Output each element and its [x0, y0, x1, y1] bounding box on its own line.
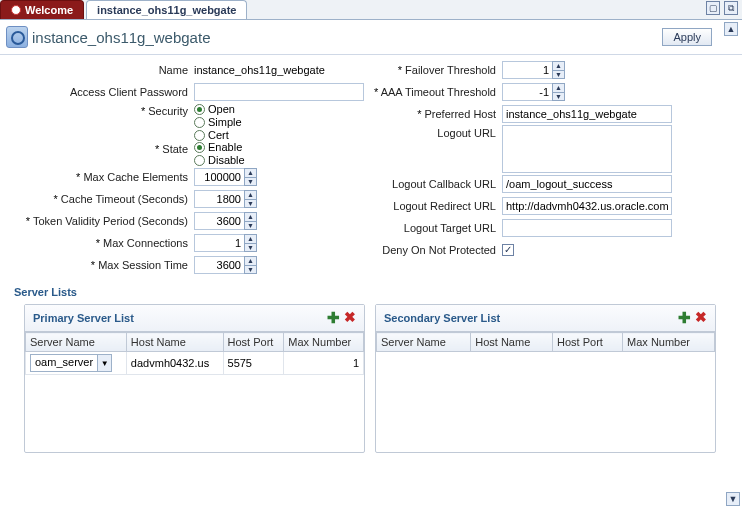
secondary-server-list: Secondary Server List ✚ ✖ Server Name Ho…	[375, 304, 716, 453]
maxsess-label: Max Session Time	[4, 259, 194, 271]
maximize-icon[interactable]: ⧉	[724, 1, 738, 15]
spin-up-icon[interactable]: ▲	[244, 234, 257, 243]
name-label: Name	[4, 64, 194, 76]
logouturl-input[interactable]	[502, 125, 672, 173]
security-cert-radio[interactable]: Cert	[194, 129, 242, 141]
tab-welcome[interactable]: Welcome	[0, 0, 84, 19]
deny-label: Deny On Not Protected	[372, 244, 502, 256]
maxsess-input[interactable]: ▲▼	[194, 256, 257, 274]
tab-bar: Welcome instance_ohs11g_webgate ▢ ⧉	[0, 0, 742, 20]
radio-selected-icon	[194, 104, 205, 115]
security-label: Security	[4, 103, 194, 117]
server-lists-row: Primary Server List ✚ ✖ Server Name Host…	[0, 300, 742, 459]
secondary-table: Server Name Host Name Host Port Max Numb…	[376, 332, 715, 352]
col-server[interactable]: Server Name	[26, 333, 127, 352]
col-max[interactable]: Max Number	[284, 333, 364, 352]
left-column: Name instance_ohs11g_webgate Access Clie…	[4, 59, 364, 276]
name-value: instance_ohs11g_webgate	[194, 64, 364, 76]
scroll-down-icon[interactable]: ▼	[726, 492, 740, 506]
spin-down-icon[interactable]: ▼	[552, 92, 565, 101]
spin-down-icon[interactable]: ▼	[244, 221, 257, 230]
table-row[interactable]: oam_server▼ dadvmh0432.us 5575 1	[26, 352, 364, 375]
secondary-title: Secondary Server List	[384, 312, 500, 324]
password-label: Access Client Password	[4, 86, 194, 98]
server-name-select[interactable]: oam_server▼	[30, 354, 112, 372]
spin-down-icon[interactable]: ▼	[244, 177, 257, 186]
maxconn-label: Max Connections	[4, 237, 194, 249]
deny-checkbox[interactable]: ✓	[502, 244, 514, 256]
state-disable-radio[interactable]: Disable	[194, 154, 245, 166]
detach-icon[interactable]: ▢	[706, 1, 720, 15]
primary-table: Server Name Host Name Host Port Max Numb…	[25, 332, 364, 375]
tab-welcome-label: Welcome	[25, 4, 73, 16]
page-header: instance_ohs11g_webgate Apply	[0, 20, 742, 55]
remove-secondary-icon[interactable]: ✖	[695, 309, 707, 327]
col-host[interactable]: Host Name	[471, 333, 553, 352]
spin-down-icon[interactable]: ▼	[244, 199, 257, 208]
remove-primary-icon[interactable]: ✖	[344, 309, 356, 327]
logoutcb-label: Logout Callback URL	[372, 178, 502, 190]
security-simple-radio[interactable]: Simple	[194, 116, 242, 128]
spin-up-icon[interactable]: ▲	[244, 168, 257, 177]
add-secondary-icon[interactable]: ✚	[678, 309, 691, 327]
col-host[interactable]: Host Name	[126, 333, 223, 352]
spin-up-icon[interactable]: ▲	[244, 256, 257, 265]
logouttarget-input[interactable]	[502, 219, 672, 237]
logoutredir-input[interactable]	[502, 197, 672, 215]
spin-down-icon[interactable]: ▼	[552, 70, 565, 79]
right-scrollbar[interactable]: ▲	[724, 22, 740, 37]
primary-title: Primary Server List	[33, 312, 134, 324]
aaa-input[interactable]: ▲▼	[502, 83, 565, 101]
col-port[interactable]: Host Port	[223, 333, 284, 352]
chevron-down-icon[interactable]: ▼	[97, 355, 111, 371]
serverlists-title: Server Lists	[0, 280, 742, 300]
security-open-radio[interactable]: Open	[194, 103, 242, 115]
page-title: instance_ohs11g_webgate	[32, 29, 210, 46]
logouttarget-label: Logout Target URL	[372, 222, 502, 234]
tab-instance-label: instance_ohs11g_webgate	[97, 4, 236, 16]
tokenvalid-label: Token Validity Period (Seconds)	[4, 215, 194, 227]
spin-down-icon[interactable]: ▼	[244, 243, 257, 252]
prefhost-label: Preferred Host	[372, 108, 502, 120]
spin-up-icon[interactable]: ▲	[552, 83, 565, 92]
failover-label: Failover Threshold	[372, 64, 502, 76]
primary-server-list: Primary Server List ✚ ✖ Server Name Host…	[24, 304, 365, 453]
radio-icon	[194, 155, 205, 166]
cachetimeout-label: Cache Timeout (Seconds)	[4, 193, 194, 205]
col-max[interactable]: Max Number	[623, 333, 715, 352]
logoutcb-input[interactable]	[502, 175, 672, 193]
state-label: State	[4, 141, 194, 155]
tokenvalid-input[interactable]: ▲▼	[194, 212, 257, 230]
aaa-label: AAA Timeout Threshold	[372, 86, 502, 98]
cachetimeout-input[interactable]: ▲▼	[194, 190, 257, 208]
cell-max: 1	[288, 357, 359, 369]
radio-icon	[194, 130, 205, 141]
right-scrollbar-bottom[interactable]: ▼	[726, 492, 740, 506]
oracle-logo-icon	[11, 5, 21, 15]
spin-up-icon[interactable]: ▲	[552, 61, 565, 70]
webgate-icon	[6, 26, 28, 48]
prefhost-input[interactable]	[502, 105, 672, 123]
scroll-up-icon[interactable]: ▲	[724, 22, 738, 36]
form-area: Name instance_ohs11g_webgate Access Clie…	[0, 55, 742, 280]
right-column: Failover Threshold ▲▼ AAA Timeout Thresh…	[372, 59, 716, 276]
spin-up-icon[interactable]: ▲	[244, 212, 257, 221]
maxcache-input[interactable]: ▲▼	[194, 168, 257, 186]
col-server[interactable]: Server Name	[377, 333, 471, 352]
tab-instance[interactable]: instance_ohs11g_webgate	[86, 0, 247, 19]
col-port[interactable]: Host Port	[553, 333, 623, 352]
cell-port: 5575	[223, 352, 284, 375]
add-primary-icon[interactable]: ✚	[327, 309, 340, 327]
logouturl-label: Logout URL	[372, 125, 502, 139]
maxconn-input[interactable]: ▲▼	[194, 234, 257, 252]
password-input[interactable]	[194, 83, 364, 101]
spin-down-icon[interactable]: ▼	[244, 265, 257, 274]
radio-icon	[194, 117, 205, 128]
apply-button[interactable]: Apply	[662, 28, 712, 46]
state-enable-radio[interactable]: Enable	[194, 141, 245, 153]
cell-host: dadvmh0432.us	[126, 352, 223, 375]
logoutredir-label: Logout Redirect URL	[372, 200, 502, 212]
spin-up-icon[interactable]: ▲	[244, 190, 257, 199]
maxcache-label: Max Cache Elements	[4, 171, 194, 183]
failover-input[interactable]: ▲▼	[502, 61, 565, 79]
